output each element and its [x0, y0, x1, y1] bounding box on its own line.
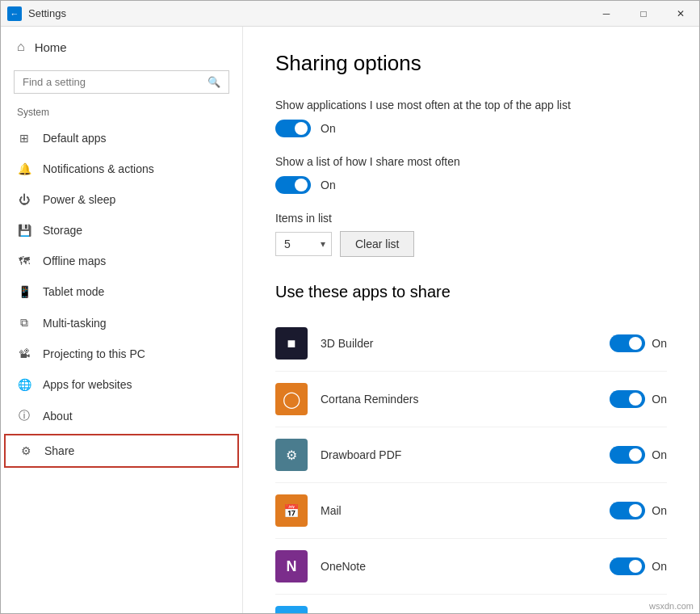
titlebar-left: ← Settings — [7, 6, 66, 21]
sidebar-item-multitasking[interactable]: ⧉ Multi-tasking — [1, 307, 242, 339]
mail-icon: 📅 — [275, 494, 308, 527]
app-toggle-label: On — [652, 337, 667, 350]
items-dropdown[interactable]: 1 2 3 4 5 6 7 8 9 10 — [275, 232, 332, 256]
app-row-twitter: 🐦 Twitter On — [275, 595, 667, 613]
sidebar-home[interactable]: ⌂ Home — [1, 27, 242, 67]
sidebar-item-label: About — [43, 410, 73, 423]
app-toggle-3d-builder[interactable] — [610, 334, 645, 352]
sidebar-item-default-apps[interactable]: ⊞ Default apps — [1, 123, 242, 154]
sidebar-item-share[interactable]: ⚙ Share — [4, 434, 239, 468]
projecting-icon: 📽 — [17, 347, 31, 360]
toggle2-label: Show a list of how I share most often — [275, 155, 667, 168]
toggle1-label: Show applications I use most often at th… — [275, 99, 667, 111]
close-button[interactable]: ✕ — [662, 1, 699, 27]
titlebar: ← Settings ─ □ ✕ — [1, 1, 699, 27]
sidebar-item-label: Multi-tasking — [43, 317, 107, 330]
clear-list-button[interactable]: Clear list — [340, 231, 414, 257]
3d-builder-icon: ■ — [275, 327, 308, 360]
page-title: Sharing options — [275, 51, 667, 76]
sidebar-item-label: Offline maps — [43, 254, 106, 267]
app-toggle-wrap: On — [610, 390, 667, 408]
sidebar-item-storage[interactable]: 💾 Storage — [1, 215, 242, 246]
about-icon: ⓘ — [17, 409, 31, 423]
maps-icon: 🗺 — [17, 254, 31, 267]
app-toggle-wrap: On — [610, 557, 667, 575]
app-name: OneNote — [321, 560, 610, 573]
app-toggle-mail[interactable] — [610, 502, 645, 519]
sidebar-item-projecting[interactable]: 📽 Projecting to this PC — [1, 339, 242, 369]
items-dropdown-wrap: 1 2 3 4 5 6 7 8 9 10 — [275, 232, 332, 256]
watermark: wsxdn.com — [649, 601, 694, 611]
app-row-onenote: N OneNote On — [275, 539, 667, 595]
settings-window: ← Settings ─ □ ✕ ⌂ Home 🔍 System ⊞ — [0, 0, 700, 614]
sidebar: ⌂ Home 🔍 System ⊞ Default apps 🔔 Notific… — [1, 27, 243, 613]
sidebar-item-label: Share — [44, 444, 74, 457]
onenote-icon: N — [275, 550, 308, 582]
app-row-mail: 📅 Mail On — [275, 483, 667, 539]
back-button[interactable]: ← — [7, 6, 22, 21]
sidebar-item-notifications[interactable]: 🔔 Notifications & actions — [1, 154, 242, 184]
sidebar-item-label: Power & sleep — [43, 193, 115, 206]
items-in-list-label: Items in list — [275, 212, 667, 225]
app-toggle-label: On — [652, 504, 667, 517]
apps-section-title: Use these apps to share — [275, 283, 667, 301]
cortana-icon: ◯ — [275, 383, 308, 415]
app-toggle-cortana[interactable] — [610, 390, 645, 408]
app-name: Mail — [321, 504, 610, 517]
app-toggle-label: On — [652, 448, 667, 461]
search-icon: 🔍 — [207, 76, 220, 88]
sidebar-item-label: Projecting to this PC — [43, 347, 145, 360]
home-label: Home — [35, 40, 67, 54]
app-name: Drawboard PDF — [321, 448, 610, 461]
drawboard-icon: ⚙ — [275, 439, 308, 471]
app-row-drawboard: ⚙ Drawboard PDF On — [275, 427, 667, 483]
toggle1-switch[interactable] — [275, 120, 311, 137]
sidebar-item-about[interactable]: ⓘ About — [1, 400, 242, 432]
sidebar-item-label: Storage — [43, 224, 82, 237]
sidebar-item-power-sleep[interactable]: ⏻ Power & sleep — [1, 184, 242, 215]
toggle2-state: On — [321, 179, 336, 191]
search-input[interactable] — [23, 76, 201, 88]
app-toggle-label: On — [652, 393, 667, 406]
default-apps-icon: ⊞ — [17, 132, 31, 145]
multitasking-icon: ⧉ — [17, 316, 31, 330]
app-toggle-wrap: On — [610, 502, 667, 519]
app-row-3d-builder: ■ 3D Builder On — [275, 316, 667, 372]
notifications-icon: 🔔 — [17, 162, 31, 175]
section-label: System — [1, 103, 242, 123]
content-area: ⌂ Home 🔍 System ⊞ Default apps 🔔 Notific… — [1, 27, 699, 613]
sidebar-item-apps-websites[interactable]: 🌐 Apps for websites — [1, 369, 242, 400]
app-name: 3D Builder — [321, 337, 610, 350]
items-row: 1 2 3 4 5 6 7 8 9 10 Clear list — [275, 231, 667, 257]
app-toggle-wrap: On — [610, 446, 667, 464]
main-content: Sharing options Show applications I use … — [243, 27, 699, 613]
storage-icon: 💾 — [17, 224, 31, 237]
twitter-icon: 🐦 — [275, 606, 308, 613]
power-icon: ⏻ — [17, 193, 31, 206]
window-title: Settings — [28, 7, 66, 19]
tablet-icon: 📱 — [17, 285, 31, 298]
apps-websites-icon: 🌐 — [17, 378, 31, 391]
search-box: 🔍 — [14, 70, 229, 94]
toggle1-row: On — [275, 120, 667, 137]
toggle1-state: On — [321, 122, 336, 135]
minimize-button[interactable]: ─ — [588, 1, 625, 27]
sidebar-item-label: Apps for websites — [43, 378, 132, 391]
sidebar-item-tablet-mode[interactable]: 📱 Tablet mode — [1, 276, 242, 307]
maximize-button[interactable]: □ — [625, 1, 662, 27]
sidebar-item-label: Default apps — [43, 132, 107, 145]
app-toggle-wrap: On — [610, 334, 667, 352]
app-name: Cortana Reminders — [321, 393, 610, 406]
app-toggle-drawboard[interactable] — [610, 446, 645, 464]
toggle2-switch[interactable] — [275, 176, 311, 194]
sidebar-item-label: Notifications & actions — [43, 162, 154, 175]
sidebar-item-offline-maps[interactable]: 🗺 Offline maps — [1, 246, 242, 276]
sidebar-item-label: Tablet mode — [43, 285, 104, 298]
home-icon: ⌂ — [17, 40, 25, 54]
app-row-cortana: ◯ Cortana Reminders On — [275, 372, 667, 427]
app-toggle-label: On — [652, 560, 667, 573]
titlebar-controls: ─ □ ✕ — [588, 1, 699, 27]
toggle2-row: On — [275, 176, 667, 194]
app-toggle-onenote[interactable] — [610, 557, 645, 575]
share-icon: ⚙ — [19, 444, 33, 457]
